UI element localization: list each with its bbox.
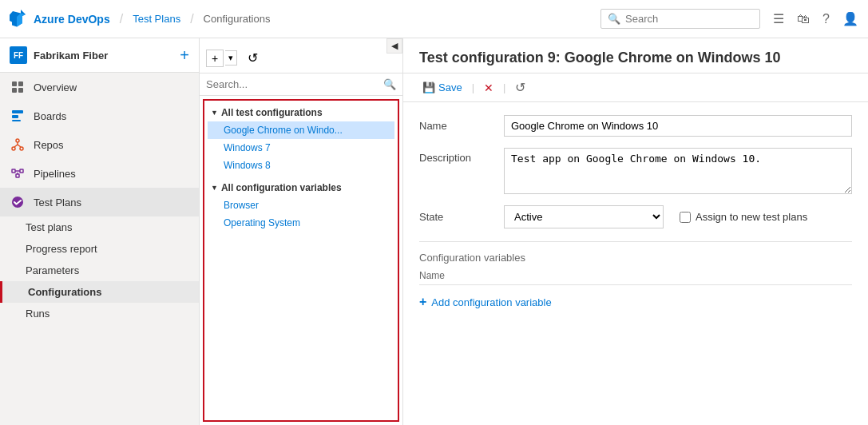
tree-container: ▼ All test configurations Google Chrome … [203,99,399,422]
svg-point-9 [20,147,23,150]
sidebar-org-name: Fabrikam Fiber [34,50,108,62]
topbar: Azure DevOps / Test Plans / Configuratio… [0,0,868,38]
toolbar-sep1: | [472,81,474,93]
topbar-logo-text: Azure DevOps [34,13,110,26]
config-vars-section: Configuration variables Name [403,242,868,292]
right-toolbar: 💾 Save | ✕ | ↺ [403,73,868,102]
add-var-label: Add configuration variable [431,296,551,308]
save-button[interactable]: 💾 Save [419,80,466,95]
sidebar-item-boards[interactable]: Boards [0,101,199,130]
add-button[interactable]: + [206,50,224,67]
config-vars-title: Configuration variables [419,252,852,264]
sidebar-item-test-plans-sub[interactable]: Test plans [0,216,199,238]
overview-label: Overview [34,81,77,93]
add-config-var-button[interactable]: + Add configuration variable [403,292,868,312]
right-title: Test configuration 9: Google Chrome on W… [419,50,852,66]
middle-search: 🔍 [200,73,402,96]
svg-rect-11 [20,169,23,173]
tree-item-win8[interactable]: Windows 8 [208,157,394,174]
user-icon[interactable]: 👤 [842,11,858,26]
form-row-name: Name [419,115,852,137]
svg-rect-2 [12,88,17,93]
svg-rect-5 [12,115,18,118]
topbar-search-box[interactable]: 🔍 [600,9,760,29]
config-vars-col-name: Name [419,270,445,281]
search-input[interactable] [625,13,753,25]
middle-search-icon: 🔍 [383,78,396,90]
middle-search-input[interactable] [206,78,379,90]
refresh-button[interactable]: ↺ [242,48,264,68]
topbar-breadcrumb-testplans[interactable]: Test Plans [133,13,180,25]
help-icon[interactable]: ? [822,12,830,26]
tree-section-header-test-configs[interactable]: ▼ All test configurations [208,104,394,121]
name-label: Name [419,120,491,132]
topbar-logo[interactable]: Azure DevOps [10,10,110,29]
sidebar-item-configurations[interactable]: Configurations [0,281,199,303]
sidebar-item-overview[interactable]: Overview [0,73,199,101]
sidebar-item-repos[interactable]: Repos [0,130,199,159]
runs-label: Runs [26,308,50,320]
form-body: Name Description Test app on Google Chro… [403,102,868,241]
config-vars-col-header: Name [419,270,852,285]
svg-rect-4 [12,110,23,113]
save-icon: 💾 [422,81,435,93]
tree-arrow-config-vars: ▼ [211,184,218,192]
sidebar-item-test-plans[interactable]: Test Plans [0,188,199,216]
pipelines-icon [10,165,26,181]
test-plans-icon [10,194,26,210]
test-plans-label: Test Plans [34,197,81,209]
tree-section-label-config-vars: All configuration variables [221,182,342,193]
tree-section-label-test-configs: All test configurations [221,107,323,118]
sidebar-org[interactable]: FF Fabrikam Fiber [10,46,108,64]
tree-item-browser[interactable]: Browser [208,197,394,214]
toolbar-sep2: | [503,81,505,93]
description-label: Description [419,148,491,164]
description-input[interactable]: Test app on Google Chrome on Windows 10. [504,148,852,194]
sidebar-org-avatar: FF [10,46,27,64]
name-input[interactable] [504,115,852,137]
collapse-button[interactable]: ◀ [386,38,402,54]
sidebar-add-button[interactable]: + [180,47,189,63]
sidebar-item-progress-report[interactable]: Progress report [0,238,199,260]
state-select[interactable]: Active Inactive [504,205,664,228]
sidebar-item-parameters[interactable]: Parameters [0,260,199,281]
save-label: Save [438,81,462,93]
tree-item-win7[interactable]: Windows 7 [208,139,394,157]
repos-icon [10,137,26,153]
topbar-icons: ☰ 🛍 ? 👤 [773,11,858,26]
svg-rect-1 [18,81,23,86]
sidebar-item-pipelines[interactable]: Pipelines [0,159,199,188]
tree-section-header-config-vars[interactable]: ▼ All configuration variables [208,179,394,197]
topbar-breadcrumb-configurations[interactable]: Configurations [204,13,271,25]
assign-checkbox-label[interactable]: Assign to new test plans [680,211,807,223]
discard-button[interactable]: ✕ [481,80,497,96]
configurations-label: Configurations [28,286,101,298]
azure-devops-logo-icon [10,10,29,29]
assign-checkbox[interactable] [680,212,691,223]
tree-item-os[interactable]: Operating System [208,214,394,232]
tree-item-chrome[interactable]: Google Chrome on Windo... [208,121,394,139]
topbar-sep2: / [190,12,193,26]
form-row-description: Description Test app on Google Chrome on… [419,148,852,194]
svg-rect-12 [16,174,19,177]
svg-rect-6 [12,120,21,121]
settings-icon[interactable]: ☰ [773,11,784,26]
shop-icon[interactable]: 🛍 [797,12,810,26]
sidebar-item-runs[interactable]: Runs [0,303,199,324]
svg-rect-10 [12,169,15,173]
topbar-sep1: / [120,12,123,26]
svg-point-7 [16,139,19,142]
state-label: State [419,211,491,223]
refresh-form-button[interactable]: ↺ [512,78,529,97]
add-dropdown-button[interactable]: ▾ [225,50,237,66]
test-plans-sub-label: Test plans [26,221,73,233]
add-var-plus-icon: + [419,295,426,309]
search-icon: 🔍 [608,13,620,25]
middle-panel: ◀ + ▾ ↺ 🔍 ▼ All test configurations Goog… [200,38,403,425]
repos-label: Repos [34,139,64,151]
right-panel: Test configuration 9: Google Chrome on W… [403,38,868,425]
main-layout: FF Fabrikam Fiber + Overview Boards Repo… [0,38,868,425]
svg-rect-3 [18,88,23,93]
boards-icon [10,108,26,124]
svg-rect-0 [12,81,17,86]
